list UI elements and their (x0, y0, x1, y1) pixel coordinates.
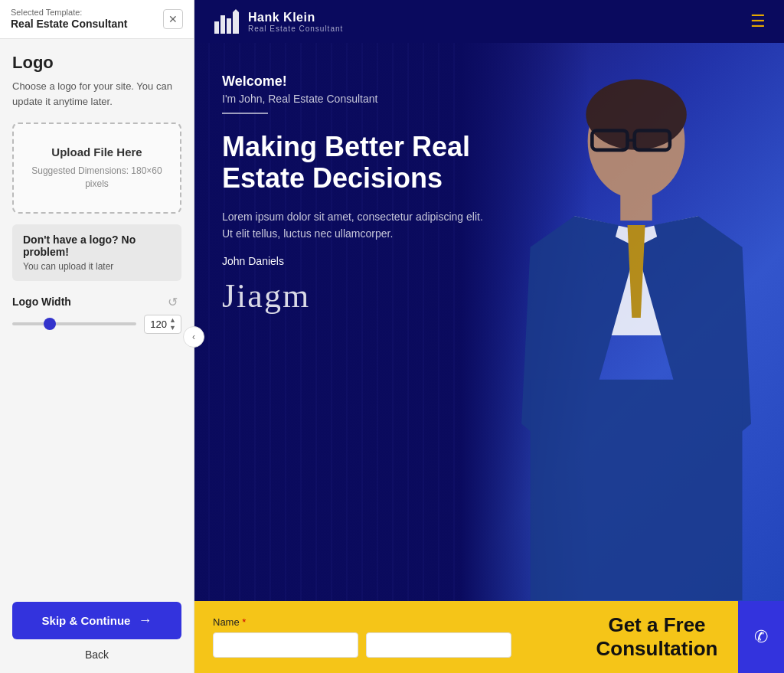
hero-subtitle: I'm John, Real Estate Consultant (222, 93, 544, 105)
no-logo-title: Don't have a logo? No problem! (23, 234, 171, 258)
svg-marker-4 (233, 9, 239, 12)
right-panel: Hank Klein Real Estate Consultant ☰ (194, 0, 784, 673)
chevron-left-icon: ‹ (192, 332, 195, 342)
svg-rect-14 (531, 380, 743, 600)
logo-width-label: Logo Width (12, 296, 71, 308)
collapse-panel-button[interactable]: ‹ (183, 326, 204, 348)
logo-icon (213, 8, 240, 35)
panel-description: Choose a logo for your site. You can upd… (12, 79, 181, 109)
phone-float-button[interactable]: ✆ (738, 601, 784, 673)
site-logo: Hank Klein Real Estate Consultant (213, 8, 343, 35)
cta-heading: Get a FreeConsultation (596, 613, 718, 661)
svg-rect-10 (620, 194, 652, 221)
selected-template-label: Selected Template: (11, 8, 127, 17)
upload-subtitle: Suggested Dimensions: 180×60 pixels (26, 165, 168, 191)
name-last-input[interactable] (366, 632, 511, 658)
width-value: 120 (149, 319, 168, 330)
selected-template-bar: Selected Template: Real Estate Consultan… (0, 0, 194, 39)
no-logo-subtitle: You can upload it later (23, 261, 171, 272)
refresh-icon[interactable]: ↺ (168, 295, 181, 309)
left-panel: Selected Template: Real Estate Consultan… (0, 0, 194, 673)
hero-body-line2: Ut elit tellus, luctus nec ullamcorper. (222, 227, 393, 240)
svg-rect-0 (214, 21, 219, 34)
name-first-input[interactable] (213, 632, 358, 658)
site-logo-name: Hank Klein (248, 11, 343, 25)
form-inputs-row (213, 632, 511, 658)
skip-continue-label: Skip & Continue (42, 614, 131, 627)
hero-content: Welcome! I'm John, Real Estate Consultan… (222, 74, 544, 313)
phone-icon: ✆ (754, 627, 768, 647)
hero-divider (222, 113, 268, 114)
upload-area[interactable]: Upload File Here Suggested Dimensions: 1… (12, 123, 181, 214)
required-star: * (242, 616, 246, 628)
skip-continue-button[interactable]: Skip & Continue → (12, 602, 181, 639)
hero-welcome: Welcome! (222, 74, 544, 90)
consultation-form: Name * (194, 601, 530, 673)
upload-title: Upload File Here (51, 145, 142, 158)
no-logo-box: Don't have a logo? No problem! You can u… (12, 224, 181, 281)
bottom-section: Name * Get a FreeConsultation ✆ (194, 601, 784, 673)
stepper-down[interactable]: ▼ (169, 325, 176, 332)
slider-row: 120 ▲ ▼ (12, 315, 181, 334)
form-name-label: Name * (213, 616, 511, 628)
logo-text-block: Hank Klein Real Estate Consultant (248, 11, 343, 33)
site-header: Hank Klein Real Estate Consultant ☰ (194, 0, 784, 43)
hero-author: John Daniels (222, 255, 544, 267)
svg-rect-1 (220, 15, 225, 34)
hero-heading: Making Better RealEstate Decisions (222, 131, 544, 194)
close-button[interactable]: ✕ (163, 9, 183, 29)
arrow-right-icon: → (138, 613, 152, 629)
name-label-text: Name (213, 616, 240, 628)
hero-body-line1: Lorem ipsum dolor sit amet, consectetur … (222, 211, 483, 223)
site-logo-tagline: Real Estate Consultant (248, 25, 343, 33)
logo-width-slider[interactable] (12, 322, 136, 325)
logo-width-section: Logo Width ↺ 120 ▲ ▼ (12, 295, 181, 334)
hero-body: Lorem ipsum dolor sit amet, consectetur … (222, 208, 544, 243)
panel-content: Logo Choose a logo for your site. You ca… (0, 39, 194, 673)
back-link[interactable]: Back (12, 648, 181, 661)
close-icon: ✕ (168, 13, 178, 25)
panel-title: Logo (12, 53, 181, 73)
svg-rect-2 (227, 18, 231, 34)
hero-section: Welcome! I'm John, Real Estate Consultan… (194, 43, 784, 601)
hero-signature: Jiagm (222, 279, 544, 313)
svg-rect-3 (233, 12, 239, 34)
stepper: ▲ ▼ (169, 317, 176, 332)
template-name: Real Estate Consultant (11, 18, 127, 30)
stepper-up[interactable]: ▲ (169, 317, 176, 324)
width-value-box: 120 ▲ ▼ (144, 315, 181, 334)
hamburger-menu-icon[interactable]: ☰ (750, 11, 766, 31)
